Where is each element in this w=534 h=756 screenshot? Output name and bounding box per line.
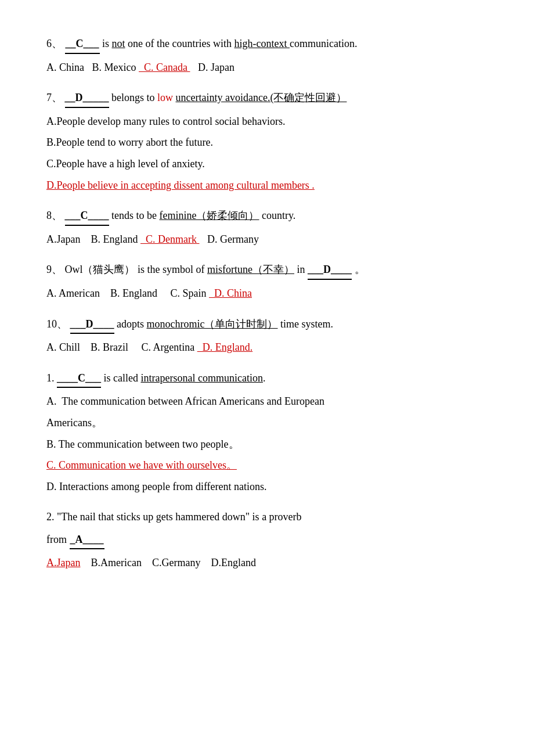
q2-blank: _A____ <box>70 531 104 550</box>
q1-opt-d: D. Interactions among people from differ… <box>46 478 488 496</box>
q6-text: 6、 __C___ is not one of the countries wi… <box>46 35 488 54</box>
q7-opt-b: B.People tend to worry abort the future. <box>46 134 488 152</box>
q8-opt-c: C. Denmark <box>140 233 199 245</box>
q9-options: A. American B. England C. Spain D. China <box>46 285 488 303</box>
q1-opt-b: B. The communication between two people。 <box>46 435 488 453</box>
q1-text-main: is called intrapersonal communication. <box>104 372 266 384</box>
q2-text-main: "The nail that sticks up gets hammered d… <box>57 511 302 523</box>
q2-opt-c: C.Germany <box>144 557 200 568</box>
q7-blank: __D_____ <box>65 89 109 108</box>
q8-blank: ___C____ <box>65 207 109 226</box>
q1-number: 1. <box>46 372 55 384</box>
question-8: 8、 ___C____ tends to be feminine（娇柔倾向） c… <box>46 207 488 248</box>
q7-opt-a: A.People develop many rules to control s… <box>46 113 488 131</box>
q9-text-end: 。 <box>355 264 365 275</box>
q6-opt-d: D. Japan <box>193 62 234 73</box>
q8-opt-a: A.Japan <box>46 233 80 245</box>
q6-opt-a: A. China <box>46 62 84 73</box>
q9-opt-c: C. Spain <box>160 287 206 299</box>
q2-text-line2: from _A____ <box>46 531 488 550</box>
q9-opt-d: D. China <box>209 287 252 299</box>
q9-opt-b: B. England <box>102 287 157 299</box>
q10-number: 10、 <box>46 318 67 330</box>
q1-opt-a-line2: Americans。 <box>46 414 488 432</box>
q2-text-line1: 2. "The nail that sticks up gets hammere… <box>46 508 488 526</box>
question-7: 7、 __D_____ belongs to low uncertainty a… <box>46 89 488 194</box>
q6-opt-c: C. Canada <box>139 62 190 73</box>
q9-number: 9、 <box>46 264 62 275</box>
q7-text: 7、 __D_____ belongs to low uncertainty a… <box>46 89 488 108</box>
q6-blank: __C___ <box>65 35 100 54</box>
q10-opt-d: D. England. <box>197 341 252 353</box>
q2-text-from: from <box>46 534 67 545</box>
q8-number: 8、 <box>46 210 62 221</box>
q7-opt-c: C.People have a high level of anxiety. <box>46 155 488 173</box>
q1-opt-a-line1: A. The communication between African Ame… <box>46 393 488 411</box>
question-1: 1. ____C___ is called intrapersonal comm… <box>46 369 488 496</box>
q9-blank: ___D____ <box>308 261 352 280</box>
question-9: 9、 Owl（猫头鹰） is the symbol of misfortune（… <box>46 261 488 302</box>
q1-text: 1. ____C___ is called intrapersonal comm… <box>46 369 488 388</box>
q10-opt-a: A. Chill <box>46 341 80 353</box>
q6-options: A. China B. Mexico C. Canada D. Japan <box>46 59 488 77</box>
q10-text: 10、 ___D____ adopts monochromic（单向计时制） t… <box>46 315 488 334</box>
q1-blank: ____C___ <box>57 369 101 388</box>
q8-text: 8、 ___C____ tends to be feminine（娇柔倾向） c… <box>46 207 488 226</box>
q2-number: 2. <box>46 511 55 523</box>
q6-text-main: is not one of the countries with high-co… <box>102 38 357 49</box>
q10-text-main: adopts monochromic（单向计时制） time system. <box>117 318 333 330</box>
q10-options: A. Chill B. Brazil C. Argentina D. Engla… <box>46 339 488 357</box>
q1-opt-c: C. Communication we have with ourselves。 <box>46 456 488 474</box>
q2-opt-b: B.American <box>83 557 142 568</box>
question-6: 6、 __C___ is not one of the countries wi… <box>46 35 488 76</box>
q7-number: 7、 <box>46 92 62 103</box>
q10-opt-b: B. Brazil <box>83 341 129 353</box>
question-2: 2. "The nail that sticks up gets hammere… <box>46 508 488 572</box>
q7-text-main: belongs to low uncertainty avoidance.(不确… <box>111 92 347 103</box>
q6-number: 6、 <box>46 38 62 49</box>
q8-opt-b: B. England <box>83 233 138 245</box>
question-10: 10、 ___D____ adopts monochromic（单向计时制） t… <box>46 315 488 357</box>
q2-opt-d: D.England <box>203 557 256 568</box>
q9-text-main: Owl（猫头鹰） is the symbol of misfortune（不幸）… <box>65 264 305 275</box>
q8-text-main: tends to be feminine（娇柔倾向） country. <box>111 210 295 221</box>
q6-opt-b: B. Mexico <box>87 62 136 73</box>
q2-opt-a: A.Japan <box>46 557 80 568</box>
q8-opt-d: D. Germany <box>202 233 259 245</box>
q7-opt-d: D.People believe in accepting dissent am… <box>46 177 488 195</box>
q8-options: A.Japan B. England C. Denmark D. Germany <box>46 231 488 249</box>
q9-opt-a: A. American <box>46 287 100 299</box>
q2-options: A.Japan B.American C.Germany D.England <box>46 554 488 572</box>
q10-opt-c: C. Argentina <box>131 341 195 353</box>
q10-blank: ___D____ <box>70 315 114 334</box>
q9-text: 9、 Owl（猫头鹰） is the symbol of misfortune（… <box>46 261 488 280</box>
